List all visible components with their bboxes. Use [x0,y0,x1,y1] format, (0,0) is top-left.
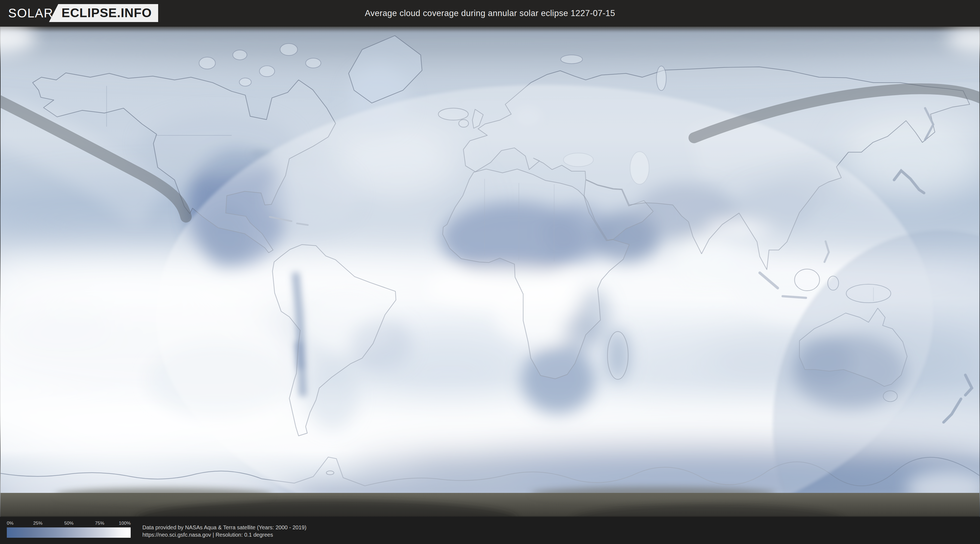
data-attribution: Data provided by NASAs Aqua & Terra sate… [142,524,307,539]
legend-tick-0: 0% [7,520,14,526]
legend-tick-50: 50% [64,520,73,526]
legend-tick-100: 100% [119,520,130,526]
map-top-edge [0,27,980,34]
legend-gradient-bar [7,527,130,538]
legend-tick-75: 75% [95,520,104,526]
attribution-line-2: https://neo.sci.gsfc.nasa.gov | Resoluti… [142,531,307,539]
logo-text-eclipse-info: ECLIPSE.INFO [49,4,158,22]
legend-tick-25: 25% [33,520,43,526]
logo-text-solar: SOLAR [8,6,53,21]
header-bar: Average cloud coverage during annular so… [0,0,980,27]
attribution-line-1: Data provided by NASAs Aqua & Terra sate… [142,524,307,531]
page: { "header": { "logo_primary": "SOLAR", "… [0,0,980,544]
site-logo[interactable]: SOLAR ECLIPSE.INFO [8,5,158,21]
cloud-coverage-map [0,27,980,517]
world-map-canvas [0,27,980,517]
legend-tick-labels: 0% 25% 50% 75% 100% [0,520,142,526]
